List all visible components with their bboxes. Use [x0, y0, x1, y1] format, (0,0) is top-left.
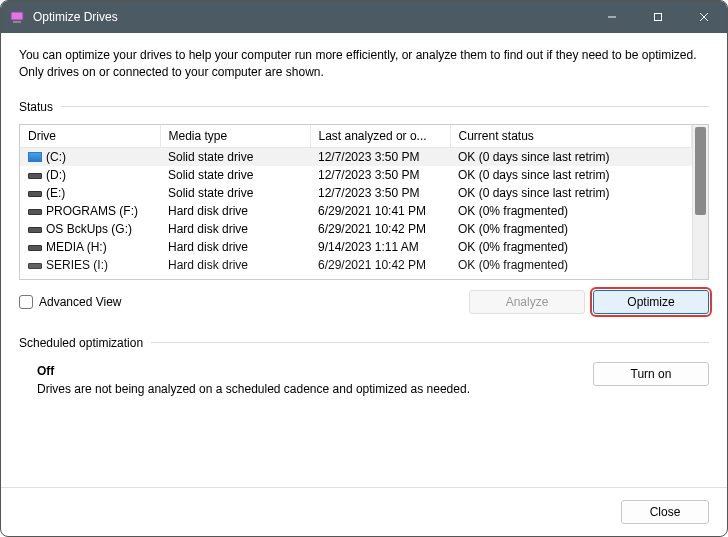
vertical-scrollbar[interactable]: [692, 125, 708, 279]
maximize-button[interactable]: [635, 1, 681, 33]
drive-icon: [28, 209, 42, 215]
cell-drive: MEDIA (H:): [20, 238, 160, 256]
col-last[interactable]: Last analyzed or o...: [310, 125, 450, 148]
drive-icon: [28, 152, 42, 162]
cell-media: Solid state drive: [160, 166, 310, 184]
table-row[interactable]: OS BckUps (G:)Hard disk drive6/29/2021 1…: [20, 220, 692, 238]
scrollbar-thumb[interactable]: [695, 127, 706, 215]
cell-status: OK (0% fragmented): [450, 202, 692, 220]
optimize-drives-window: Optimize Drives You can optimize your dr…: [0, 0, 728, 537]
cell-last: 6/29/2021 10:42 PM: [310, 256, 450, 274]
table-header-row: Drive Media type Last analyzed or o... C…: [20, 125, 692, 148]
intro-text: You can optimize your drives to help you…: [19, 47, 709, 82]
cell-last: 6/29/2021 10:41 PM: [310, 202, 450, 220]
divider: [151, 342, 709, 343]
cell-drive: (D:): [20, 166, 160, 184]
optimize-button[interactable]: Optimize: [593, 290, 709, 314]
scheduled-label-text: Scheduled optimization: [19, 336, 143, 350]
turn-on-button[interactable]: Turn on: [593, 362, 709, 386]
checkbox-box: [19, 295, 33, 309]
status-label-text: Status: [19, 100, 53, 114]
analyze-button[interactable]: Analyze: [469, 290, 585, 314]
drives-table-wrap: Drive Media type Last analyzed or o... C…: [19, 124, 709, 280]
cell-last: 12/7/2023 3:50 PM: [310, 184, 450, 202]
cell-drive: (E:): [20, 184, 160, 202]
cell-last: 6/29/2021 10:42 PM: [310, 220, 450, 238]
close-window-button[interactable]: [681, 1, 727, 33]
drives-table-scroll: Drive Media type Last analyzed or o... C…: [20, 125, 692, 279]
titlebar: Optimize Drives: [1, 1, 727, 33]
scheduled-desc: Drives are not being analyzed on a sched…: [37, 382, 555, 396]
table-row[interactable]: (D:)Solid state drive12/7/2023 3:50 PMOK…: [20, 166, 692, 184]
cell-status: OK (0% fragmented): [450, 220, 692, 238]
drive-name: (C:): [46, 150, 66, 164]
drive-name: PROGRAMS (F:): [46, 204, 138, 218]
scheduled-section-label: Scheduled optimization: [19, 336, 709, 350]
drive-icon: [28, 191, 42, 197]
cell-drive: (C:): [20, 147, 160, 166]
scheduled-body: Off Drives are not being analyzed on a s…: [19, 360, 709, 396]
drive-name: MEDIA (H:): [46, 240, 107, 254]
cell-drive: PROGRAMS (F:): [20, 202, 160, 220]
cell-last: 12/7/2023 3:50 PM: [310, 166, 450, 184]
cell-media: Solid state drive: [160, 184, 310, 202]
cell-media: Hard disk drive: [160, 202, 310, 220]
table-row[interactable]: MEDIA (H:)Hard disk drive9/14/2023 1:11 …: [20, 238, 692, 256]
svg-rect-1: [13, 21, 21, 23]
table-row[interactable]: (E:)Solid state drive12/7/2023 3:50 PMOK…: [20, 184, 692, 202]
drive-icon: [28, 227, 42, 233]
window-title: Optimize Drives: [33, 10, 589, 24]
close-button[interactable]: Close: [621, 500, 709, 524]
col-status[interactable]: Current status: [450, 125, 692, 148]
drive-name: SERIES (I:): [46, 258, 108, 272]
advanced-view-checkbox[interactable]: Advanced View: [19, 295, 122, 309]
cell-last: 12/7/2023 3:50 PM: [310, 147, 450, 166]
drive-name: (E:): [46, 186, 65, 200]
drive-icon: [28, 245, 42, 251]
actions-row: Advanced View Analyze Optimize: [19, 290, 709, 314]
col-drive[interactable]: Drive: [20, 125, 160, 148]
divider: [61, 106, 709, 107]
svg-rect-0: [11, 12, 23, 20]
table-row[interactable]: PROGRAMS (F:)Hard disk drive6/29/2021 10…: [20, 202, 692, 220]
cell-status: OK (0 days since last retrim): [450, 184, 692, 202]
drive-name: OS BckUps (G:): [46, 222, 132, 236]
cell-status: OK (0% fragmented): [450, 238, 692, 256]
cell-media: Hard disk drive: [160, 256, 310, 274]
drive-icon: [28, 173, 42, 179]
advanced-view-label: Advanced View: [39, 295, 122, 309]
status-section-label: Status: [19, 100, 709, 114]
col-media[interactable]: Media type: [160, 125, 310, 148]
table-row[interactable]: (C:)Solid state drive12/7/2023 3:50 PMOK…: [20, 147, 692, 166]
drive-name: (D:): [46, 168, 66, 182]
drives-table: Drive Media type Last analyzed or o... C…: [20, 125, 692, 274]
svg-rect-3: [655, 14, 662, 21]
scheduled-state: Off: [37, 364, 555, 378]
cell-drive: OS BckUps (G:): [20, 220, 160, 238]
scheduled-text: Off Drives are not being analyzed on a s…: [37, 364, 555, 396]
minimize-button[interactable]: [589, 1, 635, 33]
cell-status: OK (0 days since last retrim): [450, 166, 692, 184]
cell-media: Solid state drive: [160, 147, 310, 166]
cell-last: 9/14/2023 1:11 AM: [310, 238, 450, 256]
cell-media: Hard disk drive: [160, 220, 310, 238]
content-area: You can optimize your drives to help you…: [1, 33, 727, 487]
drive-icon: [28, 263, 42, 269]
table-row[interactable]: SERIES (I:)Hard disk drive6/29/2021 10:4…: [20, 256, 692, 274]
cell-status: OK (0% fragmented): [450, 256, 692, 274]
footer: Close: [1, 487, 727, 536]
cell-media: Hard disk drive: [160, 238, 310, 256]
cell-status: OK (0 days since last retrim): [450, 147, 692, 166]
app-icon: [9, 9, 25, 25]
cell-drive: SERIES (I:): [20, 256, 160, 274]
